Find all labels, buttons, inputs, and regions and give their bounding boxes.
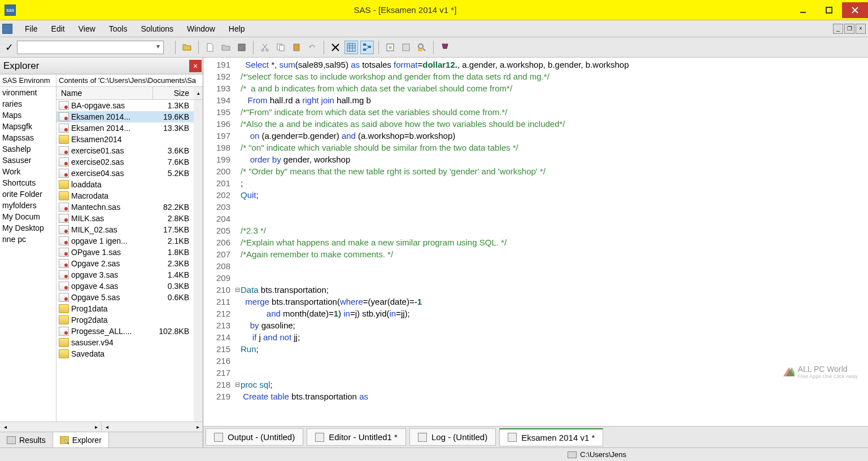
code-line[interactable]: 219 Create table bts.transportation as bbox=[203, 390, 868, 402]
code-line[interactable]: 212 and month(date)=1) in=j) stb.yid(in=… bbox=[203, 308, 868, 319]
fold-marker[interactable]: ⊟ bbox=[234, 379, 241, 390]
code-line[interactable]: 217 bbox=[203, 367, 868, 379]
env-item[interactable]: nne pc bbox=[0, 234, 56, 245]
file-row[interactable]: Progesse_ALL....102.8KB bbox=[56, 326, 194, 337]
code-line[interactable]: 207/*Again remember to make comments. */ bbox=[203, 248, 868, 260]
menu-item-window[interactable]: Window bbox=[180, 22, 222, 36]
file-row[interactable]: opgave 1 igen...2.1KB bbox=[56, 235, 194, 247]
env-item[interactable]: Sasuser bbox=[0, 155, 56, 166]
code-line[interactable]: 203 bbox=[203, 201, 868, 213]
help-icon[interactable] bbox=[438, 41, 452, 54]
file-row[interactable]: BA-opgave.sas1.3KB bbox=[56, 100, 194, 111]
file-row[interactable]: opgave 3.sas1.4KB bbox=[56, 269, 194, 280]
file-row[interactable]: Eksamen 2014...19.6KB bbox=[56, 111, 194, 122]
code-line[interactable]: 199 order by gender, workshop bbox=[203, 153, 868, 165]
code-line[interactable]: 194 From hall.rd a right join hall.mg b bbox=[203, 94, 868, 106]
code-line[interactable]: 197 on (a.gender=b.gender) and (a.worksh… bbox=[203, 130, 868, 142]
explorer-close-button[interactable]: × bbox=[189, 60, 202, 72]
env-item[interactable]: myfolders bbox=[0, 200, 56, 211]
env-item[interactable]: raries bbox=[0, 98, 56, 109]
env-item[interactable]: Work bbox=[0, 166, 56, 177]
file-row[interactable]: Opgave 2.sas2.3KB bbox=[56, 258, 194, 269]
save-icon[interactable] bbox=[235, 41, 248, 54]
explorer-tab-explorer[interactable]: Explorer bbox=[53, 432, 109, 447]
code-line[interactable]: 192/*'select' force sas to include works… bbox=[203, 71, 868, 82]
code-line[interactable]: 210⊟Data bts.transportation; bbox=[203, 284, 868, 296]
code-line[interactable]: 218⊟proc sql; bbox=[203, 379, 868, 390]
file-row[interactable]: Opgave 5.sas0.6KB bbox=[56, 292, 194, 303]
menu-item-file[interactable]: File bbox=[18, 22, 45, 36]
column-header-size[interactable]: Size bbox=[153, 87, 194, 99]
code-line[interactable]: 200/* "Order by" means that the new tabl… bbox=[203, 165, 868, 177]
grid-view-icon[interactable] bbox=[344, 41, 358, 54]
new-file-icon[interactable] bbox=[203, 41, 217, 54]
file-row[interactable]: MILK_02.sas17.5KB bbox=[56, 224, 194, 235]
file-row[interactable]: Macrodata bbox=[56, 190, 194, 201]
file-row[interactable]: Prog2data bbox=[56, 314, 194, 326]
env-item[interactable]: Maps bbox=[0, 109, 56, 121]
clear-icon[interactable] bbox=[329, 41, 342, 54]
file-row[interactable]: MILK.sas2.8KB bbox=[56, 213, 194, 224]
fold-marker[interactable]: ⊟ bbox=[234, 284, 241, 296]
env-item[interactable]: Sashelp bbox=[0, 143, 56, 155]
code-line[interactable]: 195/*"From" indicate from which data set… bbox=[203, 106, 868, 118]
code-line[interactable]: 191 Select *, sum(sale89,sal95) as totsa… bbox=[203, 59, 868, 71]
env-item[interactable]: Mapsgfk bbox=[0, 121, 56, 132]
open-folder-icon[interactable] bbox=[180, 41, 194, 54]
file-row[interactable]: exercise02.sas7.6KB bbox=[56, 156, 194, 168]
file-row[interactable]: exercise04.sas5.2KB bbox=[56, 168, 194, 179]
paste-icon[interactable] bbox=[290, 41, 303, 54]
undo-icon[interactable] bbox=[306, 41, 319, 54]
explorer-tab-results[interactable]: Results bbox=[0, 432, 53, 447]
menu-item-edit[interactable]: Edit bbox=[45, 22, 72, 36]
maximize-button[interactable] bbox=[816, 2, 842, 18]
environment-tree[interactable]: vironmentrariesMapsMapsgfkMapssasSashelp… bbox=[0, 87, 56, 422]
file-scrollbar[interactable] bbox=[194, 100, 203, 422]
mdi-restore-button[interactable]: ❐ bbox=[844, 24, 854, 34]
file-row[interactable]: OPgave 1.sas1.8KB bbox=[56, 247, 194, 258]
submit-icon[interactable]: ✓ bbox=[3, 41, 15, 54]
code-line[interactable]: 215Run; bbox=[203, 343, 868, 355]
menu-item-view[interactable]: View bbox=[72, 22, 102, 36]
code-line[interactable]: 216 bbox=[203, 355, 868, 367]
command-combo[interactable] bbox=[17, 41, 164, 54]
mdi-minimize-button[interactable]: _ bbox=[833, 24, 843, 34]
code-line[interactable]: 214 if j and not jj; bbox=[203, 331, 868, 343]
scroll-up-icon[interactable]: ▴ bbox=[194, 87, 203, 99]
code-editor[interactable]: 191 Select *, sum(sale89,sal95) as totsa… bbox=[203, 58, 868, 426]
file-hscroll[interactable]: ◂▸ bbox=[101, 422, 203, 432]
close-button[interactable] bbox=[842, 2, 868, 18]
file-row[interactable]: Eksamen 2014...13.3KB bbox=[56, 122, 194, 134]
code-line[interactable]: 193/* a and b indicates from which data … bbox=[203, 82, 868, 94]
env-item[interactable]: vironment bbox=[0, 87, 56, 98]
file-row[interactable]: Prog1data bbox=[56, 303, 194, 314]
file-row[interactable]: Mantechn.sas82.2KB bbox=[56, 201, 194, 213]
file-row[interactable]: exercise01.sas3.6KB bbox=[56, 145, 194, 156]
code-line[interactable]: 202Quit; bbox=[203, 189, 868, 201]
menu-item-solutions[interactable]: Solutions bbox=[134, 22, 180, 36]
code-line[interactable]: 208 bbox=[203, 260, 868, 272]
column-header-name[interactable]: Name bbox=[56, 87, 153, 99]
code-line[interactable]: 211 merge bts.transportation(where=(year… bbox=[203, 296, 868, 308]
env-item[interactable]: Mapssas bbox=[0, 132, 56, 143]
menu-item-help[interactable]: Help bbox=[222, 22, 252, 36]
editor-tab[interactable]: Eksamen 2014 v1 * bbox=[499, 428, 603, 446]
editor-tab[interactable]: Log - (Untitled) bbox=[409, 428, 496, 446]
open-file-icon[interactable] bbox=[219, 41, 233, 54]
file-row[interactable]: Eksamen2014 bbox=[56, 134, 194, 145]
copy-icon[interactable] bbox=[274, 41, 287, 54]
menu-item-tools[interactable]: Tools bbox=[102, 22, 134, 36]
tree-view-icon[interactable] bbox=[360, 41, 374, 54]
editor-tab[interactable]: Editor - Untitled1 * bbox=[307, 428, 406, 446]
editor-tab[interactable]: Output - (Untitled) bbox=[206, 428, 303, 446]
file-row[interactable]: sasuser.v94 bbox=[56, 337, 194, 348]
env-item[interactable]: My Desktop bbox=[0, 222, 56, 234]
env-item[interactable]: My Docum bbox=[0, 211, 56, 222]
code-line[interactable]: 196/*Also the a and be indicates as said… bbox=[203, 118, 868, 130]
file-row[interactable]: loaddata bbox=[56, 179, 194, 190]
cut-icon[interactable] bbox=[258, 41, 272, 54]
code-line[interactable]: 206/*Explain what happens and make a new… bbox=[203, 236, 868, 248]
env-hscroll[interactable]: ◂▸ bbox=[0, 422, 101, 432]
find-icon[interactable] bbox=[415, 41, 429, 54]
env-item[interactable]: Shortcuts bbox=[0, 177, 56, 188]
